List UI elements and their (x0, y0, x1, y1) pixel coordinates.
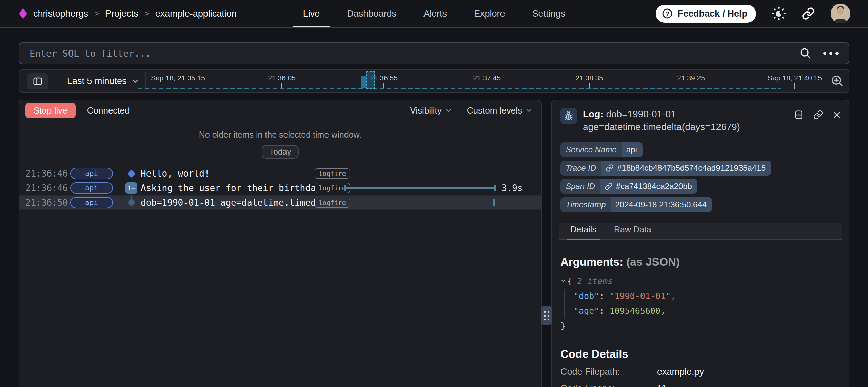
time-range-dropdown[interactable]: Last 5 minutes (67, 70, 139, 92)
chevron-down-icon (526, 107, 532, 114)
log-time: 21:36:46 (19, 183, 70, 193)
connection-status: Connected (87, 105, 130, 116)
panel-resize-handle[interactable] (541, 306, 552, 325)
timeline-tick-label: 21:37:45 (473, 74, 501, 82)
timeline-tick-label: Sep 18, 21:40:15 (768, 74, 822, 82)
service-pill[interactable]: api (70, 168, 113, 179)
log-message: dob=1990-01-01 age=datetime.timede (141, 198, 315, 208)
json-items-meta: 2 items (577, 276, 613, 286)
stop-live-button[interactable]: Stop live (25, 103, 76, 118)
timeline-tick-label: 21:39:25 (677, 74, 705, 82)
chevron-down-icon (445, 107, 452, 114)
collapse-children-badge[interactable]: 1− (125, 182, 137, 194)
log-row-selected[interactable]: 21:36:50 api dob=1990-01-01 age=datetime… (19, 195, 541, 210)
json-viewer: {2 items "dob": "1990-01-01", "age": 109… (560, 274, 849, 333)
log-details-panel: Log: dob=1990-01-01 age=datetime.timedel… (551, 100, 849, 387)
visibility-dropdown[interactable]: Visibility (410, 105, 452, 116)
sql-filter-input[interactable] (29, 48, 799, 59)
main-nav: Live Dashboards Alerts Explore Settings (303, 0, 565, 27)
badge-label: Timestamp (560, 197, 611, 212)
arguments-heading-suffix: (as JSON) (623, 256, 680, 268)
details-title: Log: dob=1990-01-01 age=datetime.timedel… (583, 108, 786, 134)
breadcrumb-projects[interactable]: Projects (105, 8, 138, 19)
timeline-zoom-in-button[interactable] (830, 74, 844, 89)
badge-value: #ca741384ca2a20bb (616, 182, 692, 191)
live-log-toolbar: Stop live Connected Visibility Custom le… (19, 100, 541, 121)
badge-label: Service Name (560, 142, 622, 157)
empty-window-message: No older items in the selected time wind… (19, 130, 541, 140)
tab-alerts[interactable]: Alerts (423, 0, 447, 27)
user-avatar[interactable] (831, 4, 850, 23)
log-instant-tick (493, 199, 495, 206)
service-pill[interactable]: api (70, 182, 113, 194)
code-filepath-label: Code Filepath: (560, 367, 657, 377)
search-icon[interactable] (799, 47, 812, 60)
trace-id-badge[interactable]: Trace ID #18b84cb4847b5d574c4ad9121935a4… (560, 161, 771, 176)
divider (145, 72, 146, 90)
details-tab-bar: Details Raw Data (559, 223, 842, 240)
copy-link-button[interactable] (813, 109, 823, 121)
log-message: Hello, world! (141, 168, 315, 179)
span-duration-label: 3.9s (501, 183, 523, 193)
close-icon (832, 110, 841, 119)
code-details-heading: Code Details (560, 348, 849, 361)
log-row[interactable]: 21:36:46 api 1− Asking the user for thei… (19, 181, 541, 195)
json-root-line[interactable]: {2 items (560, 274, 849, 289)
log-level-diamond-icon (127, 198, 135, 206)
tab-settings[interactable]: Settings (532, 0, 566, 27)
share-link-button[interactable] (802, 7, 815, 20)
json-body: "dob": "1990-01-01", "age": 1095465600, (564, 289, 849, 319)
feedback-help-button[interactable]: ? Feedback / Help (656, 5, 756, 23)
sql-filter-bar (19, 42, 849, 64)
json-key: "age" (574, 306, 599, 316)
filter-more-menu-icon[interactable] (823, 52, 839, 55)
tab-explore[interactable]: Explore (474, 0, 505, 27)
share-link-icon (802, 7, 815, 20)
logo-diamond-icon (19, 8, 27, 19)
timeline-tick-mark (794, 83, 795, 89)
span-duration-bar[interactable] (344, 185, 496, 191)
breadcrumb-project-name[interactable]: example-application (155, 8, 237, 19)
code-lineno-row: Code Lineno: 11 (560, 383, 849, 387)
timeline-bar: Last 5 minutes Sep 18, 21:35:15 21:36:05… (19, 69, 849, 93)
tab-details[interactable]: Details (571, 225, 596, 239)
tab-dashboards[interactable]: Dashboards (347, 0, 396, 27)
timeline-activity-bar[interactable] (361, 76, 366, 88)
span-track: 3.9s (344, 181, 537, 196)
timeline-selection-region[interactable] (366, 71, 375, 89)
collapse-caret-icon[interactable] (560, 278, 567, 283)
top-header: christophergs > Projects > example-appli… (0, 0, 868, 28)
service-pill[interactable]: api (70, 197, 113, 208)
today-button[interactable]: Today (262, 145, 298, 159)
theme-toggle-button[interactable] (772, 6, 786, 21)
avatar-image (831, 4, 850, 23)
log-row[interactable]: 21:36:46 api Hello, world! logfire (19, 166, 541, 181)
custom-levels-dropdown[interactable]: Custom levels (467, 105, 532, 116)
json-colon: : (599, 291, 604, 301)
tab-raw-data[interactable]: Raw Data (614, 225, 651, 239)
code-lineno-value: 11 (657, 383, 667, 387)
timeline-tick-label: 21:36:05 (268, 74, 296, 82)
split-view-icon (794, 110, 804, 120)
question-icon: ? (662, 8, 673, 19)
logfire-logo[interactable] (19, 8, 27, 19)
timeline-activity-baseline[interactable] (138, 88, 781, 89)
arguments-heading: Arguments: (as JSON) (560, 256, 849, 268)
breadcrumb: christophergs > Projects > example-appli… (33, 8, 237, 19)
zoom-in-icon (830, 74, 844, 88)
split-view-button[interactable] (794, 109, 804, 121)
span-id-badge[interactable]: Span ID #ca741384ca2a20bb (560, 179, 697, 194)
copy-link-icon (813, 110, 823, 120)
service-name-badge[interactable]: Service Name api (560, 142, 643, 157)
code-filepath-value: example.py (657, 367, 704, 377)
json-line-age: "age": 1095465600, (574, 304, 849, 319)
theme-toggle-icon (772, 6, 786, 21)
close-details-button[interactable] (832, 109, 841, 121)
link-icon (606, 164, 614, 172)
panel-toggle-icon (33, 76, 43, 86)
details-title-line2: age=datetime.timedelta(days=12679) (583, 121, 786, 134)
tab-live[interactable]: Live (303, 0, 320, 27)
breadcrumb-org[interactable]: christophergs (33, 8, 88, 19)
sidebar-toggle-button[interactable] (27, 73, 48, 89)
timestamp-badge[interactable]: Timestamp 2024-09-18 21:36:50.644 (560, 197, 712, 212)
